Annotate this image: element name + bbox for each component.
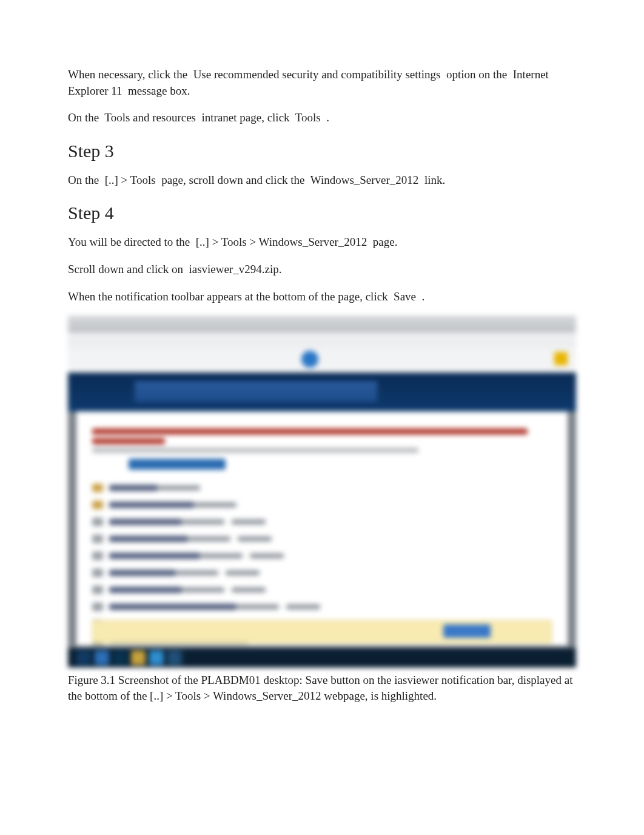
- list-item: [92, 479, 552, 496]
- file-date: [158, 485, 200, 490]
- step-4-paragraph-3: When the notification toolbar appears at…: [68, 289, 576, 305]
- text: On the: [68, 111, 102, 124]
- text: You will be directed to the: [68, 235, 193, 248]
- step-3-heading: Step 3: [68, 141, 576, 161]
- figure-caption: Figure 3.1 Screenshot of the PLABDM01 de…: [68, 672, 576, 703]
- ui-label-recommended-settings: Use recommended security and compatibili…: [193, 68, 441, 81]
- file-iasviewer-zip: iasviewer_v294.zip.: [189, 263, 281, 276]
- file-size: [250, 553, 284, 558]
- text: intranet page, click: [199, 111, 293, 124]
- file-icon: [92, 552, 103, 560]
- taskbar-icon: [149, 651, 164, 665]
- save-button-highlight: [443, 624, 491, 638]
- file-name: [109, 604, 236, 610]
- step-4-heading: Step 4: [68, 203, 576, 223]
- screenshot-blurred: [68, 316, 576, 668]
- breadcrumb-windows-server-2012: [..] > Tools > Windows_Server_2012: [196, 235, 367, 248]
- file-size: [232, 519, 266, 524]
- start-icon: [76, 651, 91, 665]
- taskbar-icon: [95, 651, 109, 665]
- window-titlebar: [68, 316, 576, 333]
- text: .: [323, 111, 329, 124]
- list-item: [92, 513, 552, 530]
- text: message box.: [125, 84, 190, 97]
- step-4-paragraph-1: You will be directed to the [..] > Tools…: [68, 234, 576, 251]
- browser-tabbar: [68, 333, 576, 348]
- taskbar-icon: [113, 651, 127, 665]
- file-date: [182, 587, 224, 592]
- list-item: [92, 496, 552, 513]
- file-icon: [92, 569, 103, 577]
- ui-label-tools: Tools: [295, 111, 321, 124]
- download-notification-bar: [92, 620, 552, 643]
- file-name: [109, 553, 200, 559]
- breadcrumb-tools: [..] > Tools: [105, 174, 156, 186]
- text: When the notification toolbar appears at…: [68, 290, 391, 303]
- link-pill: [129, 459, 226, 470]
- file-listing: [92, 479, 552, 631]
- file-date: [194, 502, 236, 507]
- file-icon: [92, 518, 103, 526]
- file-name: [109, 485, 158, 491]
- notification-icon: [554, 352, 568, 365]
- file-icon: [92, 535, 103, 543]
- windows-taskbar: [68, 648, 576, 668]
- file-size: [238, 536, 272, 541]
- text: option on the: [443, 68, 510, 81]
- taskbar-icon: [167, 651, 182, 665]
- file-size: [232, 587, 266, 592]
- file-date: [182, 519, 224, 524]
- list-item: [92, 598, 552, 615]
- file-name: [109, 536, 188, 542]
- folder-icon: [92, 484, 103, 492]
- file-name: [109, 519, 182, 525]
- file-name: [109, 570, 176, 576]
- file-date: [200, 553, 243, 558]
- file-size: [286, 604, 320, 609]
- site-nav-tab: [135, 381, 377, 402]
- info-text-line: [92, 448, 418, 453]
- warning-text-line: [92, 428, 528, 434]
- text: When necessary, click the: [68, 68, 190, 81]
- step-4-paragraph-2: Scroll down and click on iasviewer_v294.…: [68, 262, 576, 278]
- file-date: [236, 604, 279, 609]
- link-windows-server-2012: Windows_Server_2012: [310, 174, 419, 186]
- text: link.: [421, 174, 445, 186]
- taskbar-icon: [131, 651, 146, 665]
- figure-3-1: Figure 3.1 Screenshot of the PLABDM01 de…: [68, 316, 576, 703]
- text: Scroll down and click on: [68, 263, 186, 276]
- file-name: [109, 587, 182, 593]
- intro-paragraph-2: On the Tools and resources intranet page…: [68, 110, 576, 126]
- list-item: [92, 530, 552, 547]
- file-date: [188, 536, 230, 541]
- file-icon: [92, 586, 103, 594]
- browser-toolbar: [68, 348, 576, 373]
- text: page.: [370, 235, 397, 248]
- file-icon: [92, 603, 103, 611]
- list-item: [92, 547, 552, 564]
- file-name: [109, 502, 194, 508]
- document-page: When necessary, click the Use recommende…: [0, 0, 644, 751]
- ui-label-save: Save: [394, 290, 416, 303]
- folder-icon: [92, 501, 103, 509]
- text: .: [419, 290, 425, 303]
- text: page, scroll down and click the: [158, 174, 307, 186]
- intro-paragraph-1: When necessary, click the Use recommende…: [68, 67, 576, 99]
- list-item: [92, 581, 552, 598]
- file-date: [176, 570, 218, 575]
- ui-label-tools-resources: Tools and resources: [104, 111, 196, 124]
- warning-text-line: [92, 438, 165, 444]
- text: On the: [68, 174, 102, 186]
- list-item: [92, 564, 552, 581]
- step-3-paragraph: On the [..] > Tools page, scroll down an…: [68, 172, 576, 189]
- file-size: [226, 570, 260, 575]
